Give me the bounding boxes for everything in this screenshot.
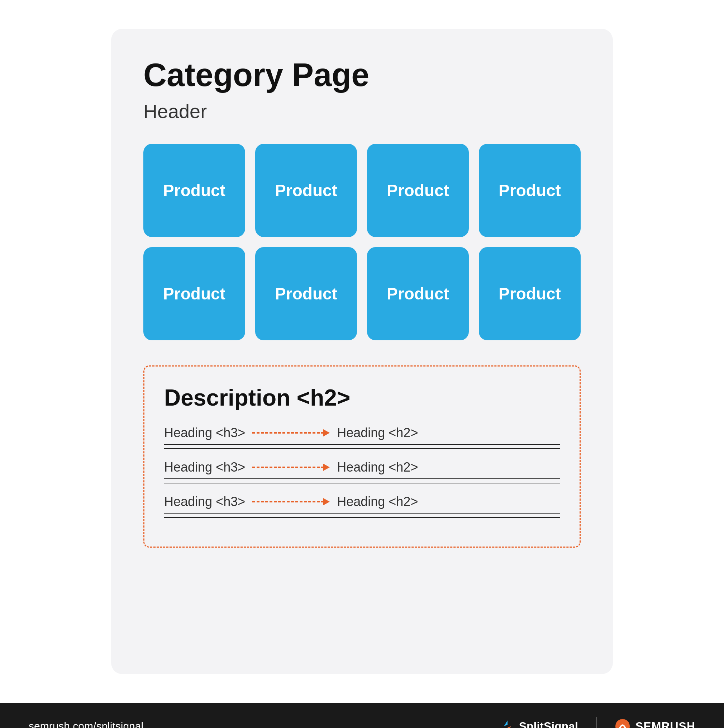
card: Category Page Header Product Product Pro… (111, 29, 613, 674)
logo-divider (596, 717, 597, 728)
product-card-1: Product (144, 144, 245, 237)
product-label-8: Product (499, 284, 561, 303)
footer-logos: SplitSignal SEMRUSH (500, 717, 695, 728)
heading-h3-1: Heading <h3> (164, 425, 245, 440)
footer: semrush.com/splitsignal SplitSignal SEMR… (0, 703, 724, 728)
main-content: Category Page Header Product Product Pro… (0, 0, 724, 703)
heading-row-1: Heading <h3> Heading <h2> (164, 425, 560, 440)
product-card-4: Product (479, 144, 580, 237)
description-box: Description <h2> Heading <h3> Heading <h… (144, 366, 580, 548)
heading-row-3: Heading <h3> Heading <h2> (164, 494, 560, 509)
arrow-1 (252, 429, 330, 436)
heading-h3-2: Heading <h3> (164, 460, 245, 475)
product-grid: Product Product Product Product Product … (144, 144, 580, 340)
product-card-8: Product (479, 247, 580, 340)
product-label-4: Product (499, 181, 561, 200)
arrow-3 (252, 498, 330, 505)
heading-h3-3: Heading <h3> (164, 494, 245, 509)
product-card-3: Product (367, 144, 469, 237)
heading-row-2: Heading <h3> Heading <h2> (164, 460, 560, 475)
product-card-7: Product (367, 247, 469, 340)
product-label-3: Product (387, 181, 449, 200)
header-label: Header (144, 100, 580, 122)
product-label-6: Product (275, 284, 337, 303)
description-title: Description <h2> (164, 384, 560, 411)
product-card-5: Product (144, 247, 245, 340)
divider-1a (164, 444, 560, 445)
heading-h2-2: Heading <h2> (337, 460, 418, 475)
product-card-6: Product (255, 247, 357, 340)
splitsignal-text: SplitSignal (519, 720, 578, 728)
splitsignal-logo: SplitSignal (500, 719, 578, 728)
footer-url: semrush.com/splitsignal (29, 720, 144, 728)
divider-group-2 (164, 479, 560, 483)
arrow-2 (252, 464, 330, 471)
product-label-2: Product (275, 181, 337, 200)
divider-1b (164, 448, 560, 449)
divider-group-1 (164, 444, 560, 449)
splitsignal-icon (500, 719, 515, 728)
divider-2b (164, 483, 560, 483)
page-title: Category Page (144, 57, 580, 93)
semrush-logo: SEMRUSH (615, 718, 695, 728)
divider-3a (164, 513, 560, 514)
divider-3b (164, 517, 560, 518)
semrush-icon (615, 718, 631, 728)
heading-h2-1: Heading <h2> (337, 425, 418, 440)
product-label-1: Product (163, 181, 225, 200)
semrush-text: SEMRUSH (635, 720, 695, 728)
heading-h2-3: Heading <h2> (337, 494, 418, 509)
divider-2a (164, 479, 560, 479)
product-card-2: Product (255, 144, 357, 237)
svg-point-0 (616, 719, 630, 728)
product-label-7: Product (387, 284, 449, 303)
product-label-5: Product (163, 284, 225, 303)
divider-group-3 (164, 513, 560, 518)
